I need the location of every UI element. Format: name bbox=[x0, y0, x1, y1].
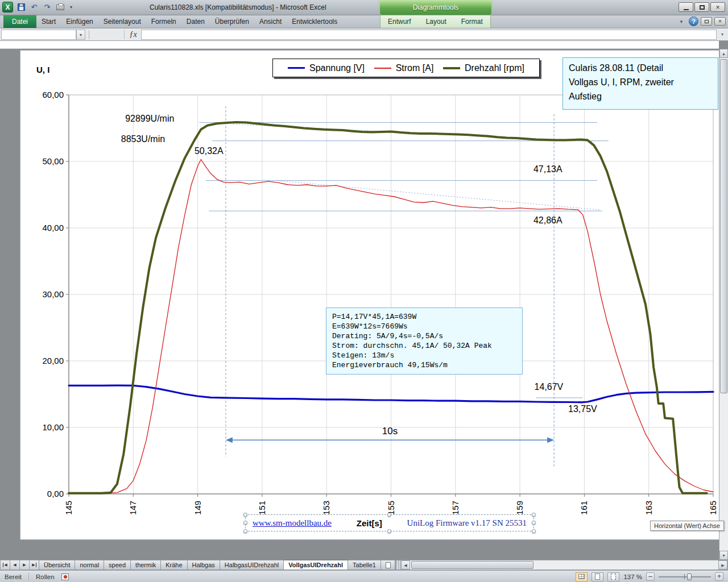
svg-text:13,75V: 13,75V bbox=[568, 404, 597, 414]
name-box[interactable] bbox=[1, 30, 76, 40]
sheet-tab-speed[interactable]: speed bbox=[104, 560, 130, 570]
excel-app-icon[interactable]: X bbox=[2, 2, 13, 13]
chart-plot-area[interactable]: 0,0010,0020,0030,0040,0050,0060,00145147… bbox=[20, 51, 719, 539]
zoom-slider-handle[interactable] bbox=[687, 573, 692, 580]
sheet-tab-uebersicht[interactable]: Übersicht bbox=[39, 560, 75, 570]
sm-modellbau-link[interactable]: www.sm-modellbau.de bbox=[253, 518, 332, 528]
help-icon[interactable]: ? bbox=[689, 16, 698, 26]
svg-text:10,00: 10,00 bbox=[42, 422, 64, 432]
maximize-icon bbox=[700, 5, 705, 10]
chart-title-textbox[interactable]: Cularis 28.08.11 (Detail Vollgas U, I, R… bbox=[562, 57, 718, 110]
formula-input[interactable] bbox=[141, 30, 717, 40]
tab-start[interactable]: Start bbox=[36, 15, 61, 28]
svg-text:47,13A: 47,13A bbox=[533, 164, 562, 174]
normal-view-icon bbox=[578, 574, 585, 579]
svg-text:163: 163 bbox=[644, 501, 653, 515]
axis-title-textbox[interactable]: www.sm-modellbau.de Zeit[s] UniLog Firmw… bbox=[245, 514, 534, 531]
measurement-info-textbox[interactable]: P=14,17V*45,1A=639W E=639W*12s=7669Ws De… bbox=[326, 307, 523, 375]
selection-handle[interactable] bbox=[243, 513, 247, 517]
maximize-button[interactable] bbox=[694, 2, 709, 12]
selection-handle[interactable] bbox=[387, 529, 391, 533]
insert-worksheet-button[interactable] bbox=[380, 560, 395, 570]
sheet-tab-bar: ◀ ◀ ▶ ▶ Übersicht normal speed thermik K… bbox=[0, 560, 728, 570]
scroll-right-icon[interactable]: ▶ bbox=[718, 560, 727, 569]
sheet-tab-vollgasuidrehzahl[interactable]: VollgasUIDrehzahl bbox=[283, 560, 348, 570]
legend-entry-drehzahl: Drehzahl [rpm] bbox=[443, 63, 524, 73]
last-sheet-button[interactable]: ▶ bbox=[29, 560, 39, 570]
svg-text:50,00: 50,00 bbox=[42, 156, 64, 166]
previous-sheet-button[interactable]: ◀ bbox=[10, 560, 19, 570]
normal-view-button[interactable] bbox=[576, 572, 588, 581]
tab-einfuegen[interactable]: Einfügen bbox=[61, 15, 98, 28]
sheet-tab-halbgasuidrehzahl[interactable]: HalbgasUIDrehzahl bbox=[220, 560, 283, 570]
undo-icon[interactable]: ↶ bbox=[29, 2, 39, 13]
selection-handle[interactable] bbox=[243, 529, 247, 533]
sheet-tab-thermik[interactable]: thermik bbox=[130, 560, 160, 570]
macro-record-icon[interactable] bbox=[61, 573, 69, 580]
spannung-line-sample bbox=[288, 67, 305, 69]
info-line-1: P=14,17V*45,1A=639W bbox=[332, 312, 516, 322]
selection-handle[interactable] bbox=[532, 529, 536, 533]
status-right: 137 % – + bbox=[576, 571, 723, 582]
svg-text:20,00: 20,00 bbox=[42, 356, 64, 365]
svg-text:161: 161 bbox=[579, 501, 589, 515]
page-break-view-button[interactable] bbox=[607, 572, 619, 581]
svg-text:159: 159 bbox=[515, 501, 524, 515]
ribbon-tab-row: Datei Start Einfügen Seitenlayout Formel… bbox=[0, 15, 728, 28]
legend-entry-spannung: Spannung [V] bbox=[288, 63, 365, 73]
tab-formeln[interactable]: Formeln bbox=[146, 15, 181, 28]
tab-seitenlayout[interactable]: Seitenlayout bbox=[98, 15, 146, 28]
selection-handle[interactable] bbox=[243, 521, 247, 525]
vertical-scrollbar[interactable]: ▲ ▼ bbox=[719, 49, 728, 560]
scroll-up-icon[interactable]: ▲ bbox=[719, 49, 728, 58]
sheet-tab-kraehe[interactable]: Krähe bbox=[160, 560, 187, 570]
scroll-down-icon[interactable]: ▼ bbox=[719, 551, 728, 560]
expand-formula-bar-icon[interactable]: ▾ bbox=[718, 30, 727, 40]
chart-legend[interactable]: Spannung [V] Strom [A] Drehzahl [rpm] bbox=[272, 59, 540, 77]
print-icon[interactable] bbox=[55, 2, 65, 13]
legend-label-strom: Strom [A] bbox=[396, 63, 434, 73]
tab-ansicht[interactable]: Ansicht bbox=[254, 15, 287, 28]
zoom-slider[interactable] bbox=[659, 572, 711, 581]
close-button[interactable]: × bbox=[710, 2, 725, 12]
first-sheet-button[interactable]: ◀ bbox=[0, 560, 10, 570]
page-layout-view-button[interactable] bbox=[592, 572, 603, 581]
zoom-level[interactable]: 137 % bbox=[623, 573, 642, 580]
scroll-left-icon[interactable]: ◀ bbox=[401, 560, 410, 569]
sheet-tab-normal[interactable]: normal bbox=[75, 560, 104, 570]
sheet-tab-tabelle1[interactable]: Tabelle1 bbox=[348, 560, 380, 570]
sheet-tab-halbgas[interactable]: Halbgas bbox=[187, 560, 220, 570]
tab-scroll-split-handle[interactable] bbox=[395, 560, 400, 570]
horizontal-scrollbar-thumb[interactable] bbox=[411, 561, 533, 569]
minimize-button[interactable] bbox=[679, 2, 693, 12]
selection-handle[interactable] bbox=[387, 513, 391, 517]
zoom-in-button[interactable]: + bbox=[715, 572, 723, 581]
expand-ribbon-icon[interactable]: ▾ bbox=[676, 16, 686, 26]
horizontal-scrollbar[interactable]: ◀ ▶ bbox=[400, 560, 728, 570]
vertical-scrollbar-thumb[interactable] bbox=[720, 59, 727, 393]
selection-handle[interactable] bbox=[532, 513, 536, 517]
qat-customize-dropdown-icon[interactable]: ▾ bbox=[68, 2, 74, 13]
workbook-close-button[interactable]: × bbox=[714, 17, 726, 26]
svg-text:30,00: 30,00 bbox=[42, 289, 64, 299]
next-sheet-button[interactable]: ▶ bbox=[19, 560, 29, 570]
title-line-1: Cularis 28.08.11 (Detail bbox=[569, 61, 712, 75]
tab-entwicklertools[interactable]: Entwicklertools bbox=[287, 15, 342, 28]
info-line-4: Strom: durchschn. 45,1A/ 50,32A Peak bbox=[332, 341, 516, 351]
tab-layout[interactable]: Layout bbox=[419, 15, 454, 28]
save-icon[interactable] bbox=[16, 2, 26, 13]
name-box-dropdown-icon[interactable]: ▾ bbox=[76, 30, 85, 40]
tab-ueberpruefen[interactable]: Überprüfen bbox=[210, 15, 254, 28]
tab-entwurf[interactable]: Entwurf bbox=[380, 15, 419, 28]
chart-object[interactable]: 0,0010,0020,0030,0040,0050,0060,00145147… bbox=[20, 50, 719, 540]
redo-icon[interactable]: ↷ bbox=[42, 2, 52, 13]
svg-text:149: 149 bbox=[193, 501, 202, 515]
tab-format[interactable]: Format bbox=[454, 15, 490, 28]
workbook-restore-button[interactable] bbox=[701, 17, 712, 26]
insert-function-button[interactable]: ƒx bbox=[126, 30, 140, 40]
svg-text:147: 147 bbox=[128, 501, 138, 515]
selection-handle[interactable] bbox=[532, 521, 536, 525]
tab-datei[interactable]: Datei bbox=[3, 15, 36, 28]
tab-daten[interactable]: Daten bbox=[181, 15, 210, 28]
zoom-out-button[interactable]: – bbox=[646, 572, 655, 581]
